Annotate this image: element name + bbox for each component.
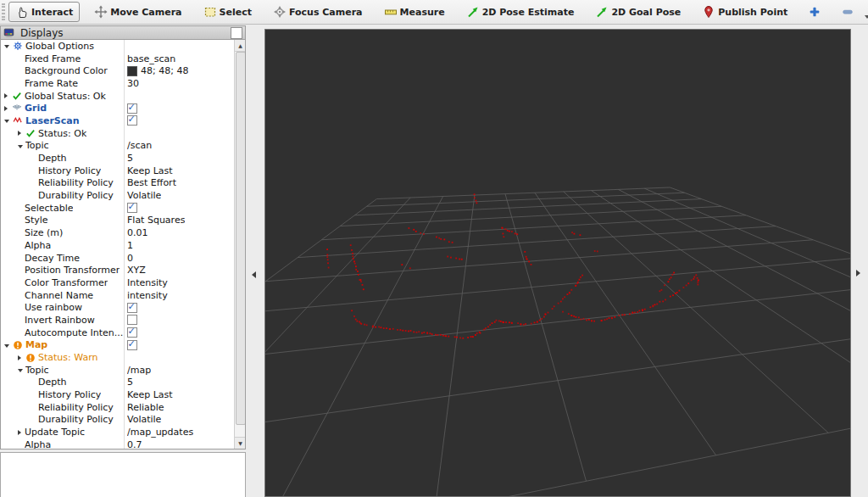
scrollbar-down-arrow[interactable]: ▼ xyxy=(235,437,246,449)
property-value-cell xyxy=(124,351,235,364)
property-label: Update Topic xyxy=(25,427,85,438)
property-value[interactable]: 30 xyxy=(127,78,139,89)
tree-scrollbar[interactable]: ▲ ▼ xyxy=(234,40,245,449)
property-row-position-transformer[interactable]: Position TransformerXYZ xyxy=(1,264,235,276)
property-row-topic[interactable]: Topic/map xyxy=(1,364,235,377)
expand-open-arrow-icon[interactable] xyxy=(4,120,9,123)
property-value[interactable]: 0.01 xyxy=(127,227,148,238)
property-value-cell xyxy=(124,301,235,314)
property-row-size-m-[interactable]: Size (m)0.01 xyxy=(1,226,235,239)
property-row-channel-name[interactable]: Channel Nameintensity xyxy=(1,289,235,302)
toolbar-overflow-caret-icon[interactable] xyxy=(865,15,868,19)
select-button[interactable]: Select xyxy=(197,2,259,22)
property-row-reliability-policy[interactable]: Reliability PolicyReliable xyxy=(1,401,235,414)
property-row-frame-rate[interactable]: Frame Rate30 xyxy=(1,77,235,90)
property-row-laserscan[interactable]: LaserScan xyxy=(1,114,235,127)
expand-closed-arrow-icon[interactable] xyxy=(4,93,8,98)
add-tool-button[interactable] xyxy=(802,3,827,21)
property-label: Position Transformer xyxy=(25,265,120,276)
property-row-autocompute-inten-[interactable]: Autocompute Inten... xyxy=(1,327,235,339)
property-row-fixed-frame[interactable]: Fixed Framebase_scan xyxy=(1,53,235,65)
expand-open-arrow-icon[interactable] xyxy=(4,344,9,348)
2d-pose-estimate-button[interactable]: 2D Pose Estimate xyxy=(459,2,581,22)
property-value[interactable]: /scan xyxy=(127,140,152,151)
expand-open-arrow-icon[interactable] xyxy=(18,145,23,148)
property-value[interactable]: Flat Squares xyxy=(127,215,185,226)
property-value[interactable]: base_scan xyxy=(127,53,175,64)
property-row-style[interactable]: StyleFlat Squares xyxy=(1,215,235,227)
property-value[interactable]: Keep Last xyxy=(127,389,173,400)
property-value[interactable]: Volatile xyxy=(127,414,161,425)
property-value[interactable]: Keep Last xyxy=(127,165,173,176)
checkbox-checked[interactable] xyxy=(127,303,137,313)
property-value[interactable]: Volatile xyxy=(127,190,161,201)
property-row-history-policy[interactable]: History PolicyKeep Last xyxy=(1,388,235,401)
collapse-left-arrow-icon[interactable] xyxy=(252,271,256,278)
interact-button[interactable]: Interact xyxy=(8,2,80,22)
property-row-decay-time[interactable]: Decay Time0 xyxy=(1,252,235,265)
property-row-grid[interactable]: Grid xyxy=(1,102,235,114)
expand-closed-arrow-icon[interactable] xyxy=(18,131,21,136)
scrollbar-up-arrow[interactable]: ▲ xyxy=(235,40,246,52)
scrollbar-thumb[interactable] xyxy=(236,52,246,425)
property-row-update-topic[interactable]: Update Topic/map_updates xyxy=(1,426,235,438)
publish-point-label: Publish Point xyxy=(718,7,787,18)
panel-float-button[interactable] xyxy=(231,27,242,39)
2d-goal-pose-button[interactable]: 2D Goal Pose xyxy=(588,2,687,22)
property-value[interactable]: 5 xyxy=(127,153,133,164)
property-row-global-status-ok[interactable]: Global Status: Ok xyxy=(1,90,235,103)
move-camera-button[interactable]: Move Camera xyxy=(87,2,188,22)
property-row-reliability-policy[interactable]: Reliability PolicyBest Effort xyxy=(1,177,235,190)
property-row-invert-rainbow[interactable]: Invert Rainbow xyxy=(1,314,235,327)
property-value[interactable]: 1 xyxy=(127,240,133,251)
checkbox-checked[interactable] xyxy=(127,115,137,126)
property-value[interactable]: 0 xyxy=(127,253,133,264)
property-row-topic[interactable]: Topic/scan xyxy=(1,140,235,153)
property-row-durability-policy[interactable]: Durability PolicyVolatile xyxy=(1,189,235,202)
property-value[interactable]: Intensity xyxy=(127,277,168,288)
checkbox-checked[interactable] xyxy=(127,203,137,213)
property-value[interactable]: 0.7 xyxy=(127,439,142,449)
checkbox-unchecked[interactable] xyxy=(127,315,137,325)
property-row-selectable[interactable]: Selectable xyxy=(1,202,235,215)
property-value[interactable]: 48; 48; 48 xyxy=(141,65,188,76)
property-label-cell: Background Color xyxy=(1,64,141,77)
toolbar-drag-handle[interactable] xyxy=(2,3,5,20)
expand-open-arrow-icon[interactable] xyxy=(18,369,23,372)
focus-camera-button[interactable]: Focus Camera xyxy=(266,2,370,22)
property-row-alpha[interactable]: Alpha0.7 xyxy=(1,438,235,449)
measure-button[interactable]: Measure xyxy=(377,2,452,22)
checkbox-checked[interactable] xyxy=(127,327,137,338)
property-value[interactable]: 5 xyxy=(127,377,133,388)
property-value[interactable]: Best Effort xyxy=(127,177,176,188)
property-row-color-transformer[interactable]: Color TransformerIntensity xyxy=(1,276,235,289)
remove-tool-button[interactable] xyxy=(835,3,860,21)
property-row-durability-policy[interactable]: Durability PolicyVolatile xyxy=(1,414,235,427)
expand-open-arrow-icon[interactable] xyxy=(4,45,9,48)
property-value[interactable]: /map xyxy=(127,365,151,376)
property-row-use-rainbow[interactable]: Use rainbow xyxy=(1,301,235,314)
ruler-icon xyxy=(384,5,398,19)
checkbox-checked[interactable] xyxy=(127,340,137,350)
expand-closed-arrow-icon[interactable] xyxy=(18,430,21,435)
checkbox-checked[interactable] xyxy=(127,103,137,114)
publish-point-button[interactable]: Publish Point xyxy=(695,2,794,22)
property-row-map[interactable]: Map xyxy=(1,339,235,352)
property-value[interactable]: Reliable xyxy=(127,402,164,413)
render-viewport-3d[interactable] xyxy=(264,29,851,497)
property-row-depth[interactable]: Depth5 xyxy=(1,152,235,165)
property-value[interactable]: /map_updates xyxy=(127,427,193,438)
property-row-depth[interactable]: Depth5 xyxy=(1,377,235,389)
property-row-status-warn[interactable]: Status: Warn xyxy=(1,351,235,364)
property-row-global-options[interactable]: Global Options xyxy=(1,40,235,53)
toolbar: InteractMove CameraSelectFocus CameraMea… xyxy=(0,0,868,25)
property-value[interactable]: intensity xyxy=(127,290,168,301)
property-row-history-policy[interactable]: History PolicyKeep Last xyxy=(1,165,235,177)
collapse-right-arrow-icon[interactable] xyxy=(856,270,860,276)
property-row-background-color[interactable]: Background Color48; 48; 48 xyxy=(1,64,235,77)
property-row-status-ok[interactable]: Status: Ok xyxy=(1,127,235,140)
expand-closed-arrow-icon[interactable] xyxy=(18,355,21,360)
expand-closed-arrow-icon[interactable] xyxy=(4,106,8,111)
property-value[interactable]: XYZ xyxy=(127,265,146,276)
property-row-alpha[interactable]: Alpha1 xyxy=(1,239,235,252)
